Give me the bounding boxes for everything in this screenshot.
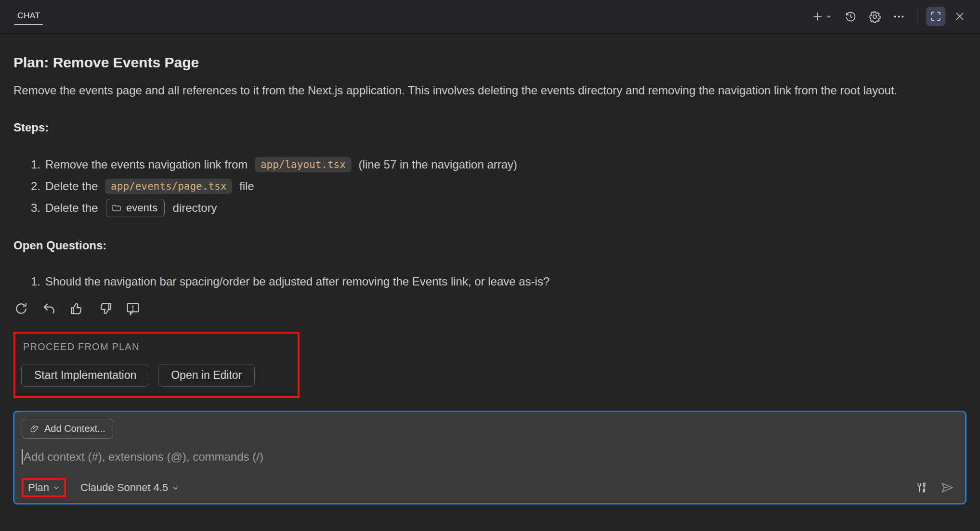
new-chat-button[interactable]	[808, 7, 836, 26]
titlebar-actions	[808, 7, 969, 26]
input-placeholder: Add context (#), extensions (@), command…	[24, 450, 263, 464]
plus-icon	[811, 10, 824, 23]
close-icon	[954, 11, 966, 22]
folder-icon	[111, 203, 122, 213]
questions-heading: Open Questions:	[13, 238, 967, 253]
mode-label: Plan	[28, 481, 49, 494]
proceed-buttons: Start Implementation Open in Editor	[21, 364, 291, 387]
annotation-box-plan-mode: Plan	[22, 478, 66, 497]
chevron-down-icon	[52, 484, 60, 492]
list-number: 2.	[31, 180, 40, 193]
tab-chat[interactable]: CHAT	[14, 8, 43, 25]
report-issue-icon[interactable]	[125, 301, 141, 316]
chat-message: Plan: Remove Events Page Remove the even…	[0, 53, 980, 398]
question-text: Should the navigation bar spacing/order …	[45, 275, 549, 288]
history-icon	[844, 10, 857, 23]
more-actions-button[interactable]	[889, 7, 908, 26]
chat-panel-titlebar: CHAT	[0, 0, 980, 34]
mode-picker-dropdown[interactable]: Plan	[28, 481, 60, 494]
start-implementation-button[interactable]: Start Implementation	[21, 364, 149, 387]
undo-icon[interactable]	[41, 301, 57, 316]
list-number: 1.	[31, 158, 40, 171]
close-panel-button[interactable]	[950, 7, 969, 26]
send-icon[interactable]	[940, 480, 954, 495]
step-text: (line 57 in the navigation array)	[355, 158, 517, 171]
chevron-down-icon	[171, 484, 180, 492]
add-context-button[interactable]: Add Context...	[22, 419, 113, 439]
step-text: Remove the events navigation link from	[45, 158, 251, 171]
titlebar-separator	[917, 10, 917, 23]
tools-icon[interactable]	[915, 481, 928, 494]
chat-text-input[interactable]: Add context (#), extensions (@), command…	[22, 449, 956, 465]
list-item: 3. Delete the events directory	[13, 197, 967, 219]
ellipsis-icon	[892, 10, 905, 23]
list-item: 1. Remove the events navigation link fro…	[13, 154, 967, 175]
annotation-box-proceed: PROCEED FROM PLAN Start Implementation O…	[13, 332, 300, 398]
composer-toolbar: Plan Claude Sonnet 4.5	[22, 478, 956, 497]
settings-button[interactable]	[865, 7, 884, 26]
history-button[interactable]	[841, 7, 860, 26]
folder-reference-chip[interactable]: events	[106, 199, 165, 217]
gear-icon	[868, 10, 881, 23]
chevron-down-icon	[825, 13, 833, 20]
paperclip-icon	[29, 424, 39, 434]
steps-list: 1. Remove the events navigation link fro…	[13, 154, 967, 219]
message-toolbar	[13, 301, 967, 316]
model-picker-dropdown[interactable]: Claude Sonnet 4.5	[80, 481, 180, 494]
list-number: 3.	[31, 201, 40, 215]
thumbs-down-icon[interactable]	[97, 301, 113, 316]
proceed-from-plan-label: PROCEED FROM PLAN	[23, 341, 291, 352]
maximize-panel-button[interactable]	[926, 7, 945, 26]
plan-intro: Remove the events page and all reference…	[13, 80, 965, 101]
step-text: Delete the	[45, 180, 101, 193]
thumbs-up-icon[interactable]	[69, 301, 85, 316]
folder-chip-label: events	[126, 202, 157, 214]
list-item: 2. Delete the app/events/page.tsx file	[13, 175, 967, 197]
step-text: directory	[170, 201, 217, 215]
open-in-editor-button[interactable]: Open in Editor	[158, 364, 255, 387]
steps-heading: Steps:	[13, 120, 967, 135]
list-item: 1. Should the navigation bar spacing/ord…	[13, 271, 967, 292]
add-context-label: Add Context...	[44, 423, 105, 434]
inline-code-chip[interactable]: app/layout.tsx	[255, 157, 352, 172]
step-text: file	[236, 180, 254, 193]
questions-list: 1. Should the navigation bar spacing/ord…	[13, 271, 967, 292]
inline-code-chip[interactable]: app/events/page.tsx	[105, 179, 232, 194]
plan-title: Plan: Remove Events Page	[13, 53, 967, 72]
chat-input-container[interactable]: Add Context... Add context (#), extensio…	[13, 411, 967, 505]
regenerate-icon[interactable]	[13, 301, 29, 316]
step-text: Delete the	[45, 201, 101, 215]
fullscreen-icon	[929, 10, 942, 23]
text-cursor	[22, 449, 23, 465]
composer-actions	[915, 480, 956, 495]
model-label: Claude Sonnet 4.5	[80, 481, 168, 494]
list-number: 1.	[31, 275, 40, 288]
